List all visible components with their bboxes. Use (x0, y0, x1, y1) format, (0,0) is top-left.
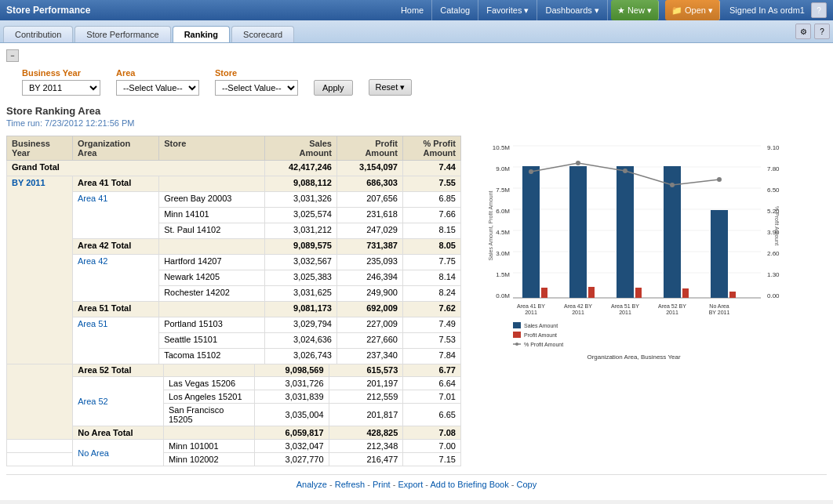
bar-noarea-sales (711, 210, 728, 298)
refresh-link[interactable]: Refresh (335, 480, 366, 489)
store-greenbay-profit: 207,656 (336, 192, 402, 208)
analyze-link[interactable]: Analyze (296, 480, 327, 489)
store-la: Los Angeles 15201 (164, 390, 255, 404)
help-tab-icon[interactable]: ? (814, 24, 830, 39)
collapse-button[interactable]: − (6, 49, 19, 62)
area42-link[interactable]: Area 42 (78, 256, 108, 266)
area51-total-sales: 9,081,173 (264, 302, 336, 317)
store-seattle-sales: 3,024,636 (264, 333, 336, 349)
store-select[interactable]: --Select Value-- (215, 80, 298, 96)
nav-new[interactable]: ★ New ▾ (611, 0, 659, 20)
svg-text:BY 2011: BY 2011 (709, 310, 730, 315)
area52-link-cell: Area 52 (73, 377, 164, 426)
by-year-cell: BY 2011 (7, 176, 73, 364)
store-minn101001-profit: 212,348 (329, 440, 403, 453)
store-tacoma-pct: 7.84 (402, 349, 460, 364)
svg-text:Area 41 BY: Area 41 BY (517, 303, 545, 309)
store-newark-pct: 8.14 (402, 270, 460, 286)
col-header-business-year: BusinessYear (7, 136, 73, 161)
lower-table-section: Area 52 Total 9,098,569 615,573 6.77 Are… (6, 363, 827, 466)
table-row: Area 42 Total 9,089,575 731,387 8.05 (7, 239, 461, 255)
tab-ranking[interactable]: Ranking (173, 26, 230, 42)
table-row: Area 42 Hartford 14207 3,032,567 235,093… (7, 255, 461, 270)
store-hartford: Hartford 14207 (159, 255, 265, 270)
svg-text:9.10: 9.10 (767, 144, 780, 151)
legend-pct-dot (515, 343, 518, 346)
nav-catalog[interactable]: Catalog (432, 0, 478, 20)
area52-total-label: Area 52 Total (73, 364, 164, 377)
filter-row: Business Year BY 2011 Area --Select Valu… (6, 68, 827, 96)
nav-favorites[interactable]: Favorites ▾ (478, 0, 537, 20)
area41-total-label: Area 41 Total (72, 176, 158, 192)
area51-link[interactable]: Area 51 (78, 319, 108, 328)
nav-home[interactable]: Home (393, 0, 432, 20)
noarea-link[interactable]: No Area (78, 448, 109, 458)
tab-contribution[interactable]: Contribution (3, 26, 73, 42)
reset-button[interactable]: Reset ▾ (369, 79, 413, 96)
store-tacoma-sales: 3,026,743 (264, 349, 336, 364)
svg-text:3.0M: 3.0M (496, 250, 510, 257)
col-header-pct: % ProfitAmount (402, 136, 460, 161)
svg-text:Sales Amount, Profit Amount: Sales Amount, Profit Amount (488, 190, 493, 260)
legend-sales-label: Sales Amount (524, 323, 558, 328)
store-seattle: Seattle 15101 (159, 333, 265, 349)
print-link[interactable]: Print (373, 480, 391, 489)
apply-button[interactable]: Apply (314, 80, 353, 96)
copy-link[interactable]: Copy (517, 480, 537, 489)
main-layout: BusinessYear OrganizationArea Store Sale… (6, 136, 827, 364)
right-panel: 10.5M 9.0M 7.5M 6.0M 4.5M 3.0M 1.5M 0.0M… (469, 136, 827, 364)
store-portland: Portland 15103 (159, 317, 265, 333)
svg-text:2.60: 2.60 (767, 250, 780, 257)
grand-total-label: Grand Total (7, 161, 265, 176)
area-label: Area (116, 68, 199, 78)
grand-total-pct: 7.44 (402, 161, 460, 176)
area-select[interactable]: --Select Value-- (116, 80, 199, 96)
area52-pct: 6.77 (403, 364, 461, 377)
nav-open[interactable]: 📁 Open ▾ (665, 0, 720, 20)
area51-total-profit: 692,009 (336, 302, 402, 317)
nav-dashboards[interactable]: Dashboards ▾ (537, 0, 607, 20)
chart-svg: 10.5M 9.0M 7.5M 6.0M 4.5M 3.0M 1.5M 0.0M… (469, 136, 798, 363)
store-minn102002-profit: 216,477 (329, 453, 403, 466)
svg-text:2011: 2011 (619, 310, 631, 315)
store-rochester: Rochester 14202 (159, 286, 265, 302)
sep5: - (511, 480, 515, 489)
store-hartford-sales: 3,032,567 (264, 255, 336, 270)
store-greenbay: Green Bay 20003 (159, 192, 265, 208)
footer: Analyze - Refresh - Print - Export - Add… (6, 474, 827, 494)
by-year-link[interactable]: BY 2011 (12, 178, 45, 187)
chart-area: 10.5M 9.0M 7.5M 6.0M 4.5M 3.0M 1.5M 0.0M… (469, 136, 827, 364)
store-greenbay-sales: 3,031,326 (264, 192, 336, 208)
table-row: Area 41 Green Bay 20003 3,031,326 207,65… (7, 192, 461, 208)
business-year-select[interactable]: BY 2011 (22, 80, 100, 96)
store-seattle-profit: 227,660 (336, 333, 402, 349)
app-title: Store Performance (6, 5, 90, 16)
add-briefing-link[interactable]: Add to Briefing Book (430, 480, 508, 489)
pct-dot5 (717, 177, 722, 182)
area52-link[interactable]: Area 52 (78, 397, 108, 406)
pct-dot2 (576, 161, 580, 165)
store-stpaul-profit: 247,029 (336, 223, 402, 239)
by2011-cell4 (7, 453, 73, 466)
sep3: - (393, 480, 396, 489)
area51-total-label: Area 51 Total (72, 302, 158, 317)
noarea-total-label: No Area Total (73, 426, 164, 440)
col-header-sales: SalesAmount (264, 136, 336, 161)
bar-area51-profit (635, 288, 642, 298)
area41-link[interactable]: Area 41 (78, 194, 108, 203)
by2011-cell2 (7, 364, 73, 440)
store-sf-profit: 201,817 (329, 404, 403, 426)
business-year-filter: Business Year BY 2011 (22, 68, 100, 96)
store-minn102002: Minn 102002 (164, 453, 255, 466)
settings-icon[interactable]: ⚙ (795, 24, 811, 39)
table-row: Area 51 Total 9,081,173 692,009 7.62 (7, 302, 461, 317)
legend-pct-label: % Profit Amount (524, 342, 563, 347)
area52-profit: 615,573 (329, 364, 403, 377)
help-icon[interactable]: ? (811, 2, 827, 18)
svg-text:7.5M: 7.5M (496, 187, 510, 194)
export-link[interactable]: Export (398, 480, 423, 489)
tab-store-performance[interactable]: Store Performance (75, 26, 170, 42)
tab-scorecard[interactable]: Scorecard (231, 26, 294, 42)
store-newark-profit: 246,394 (336, 270, 402, 286)
section-title: Store Ranking Area (6, 105, 827, 117)
